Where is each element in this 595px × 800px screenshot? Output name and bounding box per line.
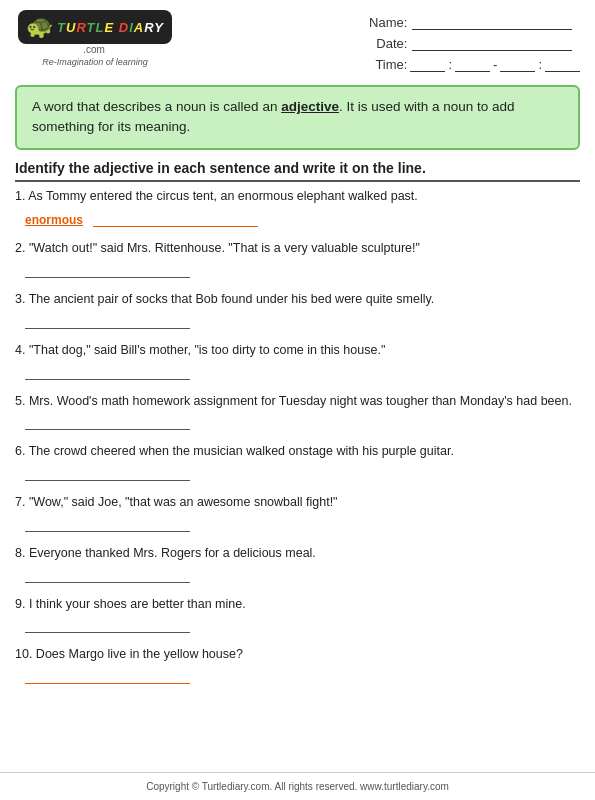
info-box: A word that describes a noun is called a… bbox=[15, 85, 580, 150]
turtle-icon: 🐢 bbox=[26, 14, 53, 40]
question-10-text: 10. Does Margo live in the yellow house? bbox=[15, 645, 580, 664]
q5-answer-line[interactable] bbox=[25, 414, 190, 430]
footer: Copyright © Turtlediary.com. All rights … bbox=[0, 772, 595, 800]
question-8: 8. Everyone thanked Mrs. Rogers for a de… bbox=[15, 544, 580, 583]
name-label: Name: bbox=[367, 15, 407, 30]
logo-tagline: Re-Imagination of learning bbox=[42, 57, 148, 67]
q1-answer: enormous bbox=[25, 213, 83, 227]
question-7: 7. "Wow," said Joe, "that was an awesome… bbox=[15, 493, 580, 532]
question-10: 10. Does Margo live in the yellow house? bbox=[15, 645, 580, 684]
q2-number: 2. bbox=[15, 241, 29, 255]
date-row: Date: bbox=[367, 36, 580, 51]
q6-answer-line[interactable] bbox=[25, 465, 190, 481]
q1-answer-line[interactable] bbox=[93, 211, 258, 227]
brand-name: TURTLE DIARY bbox=[57, 20, 164, 35]
time-line-4[interactable] bbox=[545, 58, 580, 72]
time-label: Time: bbox=[367, 57, 407, 72]
question-1: 1. As Tommy entered the circus tent, an … bbox=[15, 187, 580, 228]
key-term: adjective bbox=[281, 99, 339, 114]
time-line-3[interactable] bbox=[500, 58, 535, 72]
time-colon-2: : bbox=[538, 57, 542, 72]
question-3: 3. The ancient pair of socks that Bob fo… bbox=[15, 290, 580, 329]
date-line[interactable] bbox=[412, 37, 572, 51]
name-line[interactable] bbox=[412, 16, 572, 30]
question-2-text: 2. "Watch out!" said Mrs. Rittenhouse. "… bbox=[15, 239, 580, 258]
time-line-1[interactable] bbox=[410, 58, 445, 72]
question-6: 6. The crowd cheered when the musician w… bbox=[15, 442, 580, 481]
date-label: Date: bbox=[367, 36, 407, 51]
q6-number: 6. bbox=[15, 444, 29, 458]
q10-number: 10. bbox=[15, 647, 36, 661]
q7-answer-line[interactable] bbox=[25, 516, 190, 532]
question-7-text: 7. "Wow," said Joe, "that was an awesome… bbox=[15, 493, 580, 512]
q8-number: 8. bbox=[15, 546, 29, 560]
instructions: Identify the adjective in each sentence … bbox=[15, 160, 580, 182]
q2-answer-line[interactable] bbox=[25, 262, 190, 278]
q3-number: 3. bbox=[15, 292, 29, 306]
header: 🐢 TURTLE DIARY .com Re-Imagination of le… bbox=[0, 0, 595, 77]
question-9-text: 9. I think your shoes are better than mi… bbox=[15, 595, 580, 614]
name-row: Name: bbox=[367, 15, 580, 30]
q10-answer-line[interactable] bbox=[25, 668, 190, 684]
logo-box: 🐢 TURTLE DIARY bbox=[18, 10, 172, 44]
question-5: 5. Mrs. Wood's math homework assignment … bbox=[15, 392, 580, 431]
time-colon-1: : bbox=[448, 57, 452, 72]
logo-com: .com bbox=[83, 44, 107, 55]
time-row: Time: : - : bbox=[367, 57, 580, 72]
question-2: 2. "Watch out!" said Mrs. Rittenhouse. "… bbox=[15, 239, 580, 278]
question-3-text: 3. The ancient pair of socks that Bob fo… bbox=[15, 290, 580, 309]
question-4-text: 4. "That dog," said Bill's mother, "is t… bbox=[15, 341, 580, 360]
q4-answer-line[interactable] bbox=[25, 364, 190, 380]
logo-area: 🐢 TURTLE DIARY .com Re-Imagination of le… bbox=[15, 10, 175, 67]
question-5-text: 5. Mrs. Wood's math homework assignment … bbox=[15, 392, 580, 411]
q4-number: 4. bbox=[15, 343, 29, 357]
q5-number: 5. bbox=[15, 394, 29, 408]
q9-answer-line[interactable] bbox=[25, 617, 190, 633]
q8-answer-line[interactable] bbox=[25, 567, 190, 583]
question-9: 9. I think your shoes are better than mi… bbox=[15, 595, 580, 634]
questions: 1. As Tommy entered the circus tent, an … bbox=[0, 187, 595, 685]
q3-answer-line[interactable] bbox=[25, 313, 190, 329]
name-fields: Name: Date: Time: : - : bbox=[367, 10, 580, 72]
info-prefix: A word that describes a noun is called a… bbox=[32, 99, 281, 114]
q9-number: 9. bbox=[15, 597, 29, 611]
q1-number: 1. bbox=[15, 189, 28, 203]
question-6-text: 6. The crowd cheered when the musician w… bbox=[15, 442, 580, 461]
question-4: 4. "That dog," said Bill's mother, "is t… bbox=[15, 341, 580, 380]
question-1-text: 1. As Tommy entered the circus tent, an … bbox=[15, 187, 580, 206]
q7-number: 7. bbox=[15, 495, 29, 509]
q1-answer-row: enormous bbox=[15, 209, 580, 227]
time-line-2[interactable] bbox=[455, 58, 490, 72]
question-8-text: 8. Everyone thanked Mrs. Rogers for a de… bbox=[15, 544, 580, 563]
time-dash: - bbox=[493, 57, 497, 72]
